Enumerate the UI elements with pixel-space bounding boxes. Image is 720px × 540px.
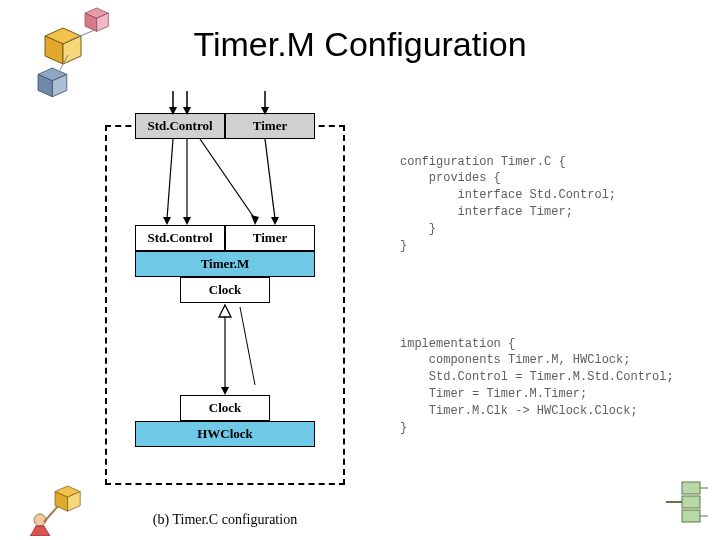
mid-clock: Clock	[180, 277, 270, 303]
svg-point-14	[34, 514, 46, 526]
code-block: configuration Timer.C { provides { inter…	[400, 120, 700, 453]
svg-line-15	[44, 506, 58, 522]
page-title: Timer.M Configuration	[0, 25, 720, 64]
svg-rect-16	[682, 482, 700, 494]
top-timer: Timer	[225, 113, 315, 139]
top-stdcontrol: Std.Control	[135, 113, 225, 139]
hwclock-module: HWClock	[135, 421, 315, 447]
mid-timer: Timer	[225, 225, 315, 251]
deco-greenboxes-icon	[662, 478, 710, 530]
code-impl: implementation { components Timer.M, HWC…	[400, 336, 700, 437]
timerc-diagram: Std.Control Timer Std.Control Timer Time…	[105, 85, 345, 500]
bottom-clock: Clock	[180, 395, 270, 421]
svg-rect-17	[682, 496, 700, 508]
code-config: configuration Timer.C { provides { inter…	[400, 154, 700, 255]
diagram-caption: (b) Timer.C configuration	[105, 512, 345, 528]
timerm-module: Timer.M	[135, 251, 315, 277]
deco-person-icon	[30, 476, 90, 540]
mid-stdcontrol: Std.Control	[135, 225, 225, 251]
svg-rect-18	[682, 510, 700, 522]
